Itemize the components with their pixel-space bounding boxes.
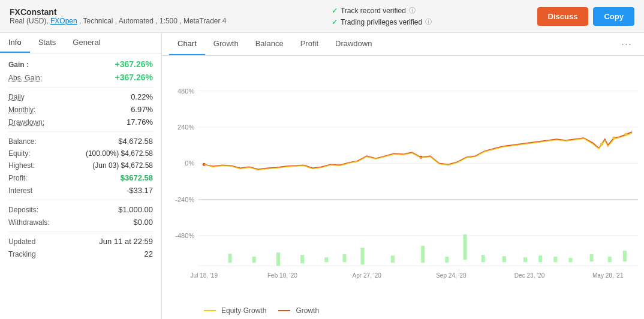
svg-text:Jul 18, '19: Jul 18, '19 <box>191 272 218 279</box>
abs-gain-value: +367.26% <box>115 73 153 82</box>
updated-value: Jun 11 at 22:59 <box>99 237 153 246</box>
more-options-button[interactable]: ··· <box>616 35 637 53</box>
svg-rect-26 <box>445 257 449 263</box>
svg-rect-25 <box>421 246 425 263</box>
svg-rect-29 <box>502 256 506 262</box>
svg-rect-30 <box>523 257 527 262</box>
svg-rect-33 <box>568 258 572 262</box>
verify2-text: Trading privileges verified <box>341 18 422 26</box>
tab-info[interactable]: Info <box>0 33 30 53</box>
updated-label: Updated <box>8 237 35 246</box>
fxopen-link[interactable]: FXOpen <box>50 17 77 25</box>
tab-stats[interactable]: Stats <box>30 33 65 53</box>
tab-general[interactable]: General <box>64 33 109 53</box>
highest-value: (Jun 03) $4,672.58 <box>92 161 153 170</box>
balance-label: Balance: <box>8 137 37 146</box>
profit-value: $3672.58 <box>121 173 153 182</box>
gain-label: Gain : <box>8 61 29 69</box>
drawdown-value: 17.76% <box>127 118 153 127</box>
balance-value: $4,672.58 <box>118 137 153 146</box>
growth-legend-label: Growth <box>296 306 319 315</box>
main-chart-svg: 480% 240% 0% -240% -480% Jul 18, '19 Feb… <box>168 62 638 301</box>
svg-rect-18 <box>252 257 256 263</box>
account-title: FXConstant <box>10 7 227 17</box>
svg-rect-24 <box>391 255 395 263</box>
chart-area: 480% 240% 0% -240% -480% Jul 18, '19 Feb… <box>162 56 644 319</box>
deposits-value: $1,000.00 <box>118 205 153 214</box>
verify2-info-icon[interactable]: ⓘ <box>425 17 432 26</box>
tab-profit[interactable]: Profit <box>292 33 327 55</box>
verify1-info-icon[interactable]: ⓘ <box>409 6 416 15</box>
verify2-icon: ✓ <box>332 18 338 26</box>
gain-value: +367.26% <box>115 59 153 69</box>
svg-text:May 28, '21: May 28, '21 <box>592 272 624 279</box>
equity-growth-legend-label: Equity Growth <box>221 306 266 315</box>
svg-text:Dec 23, '20: Dec 23, '20 <box>514 272 545 279</box>
discuss-button[interactable]: Discuss <box>537 7 589 26</box>
svg-text:Feb 10, '20: Feb 10, '20 <box>267 272 297 279</box>
verify1-text: Track record verified <box>341 7 406 15</box>
monthly-value: 6.97% <box>131 105 153 114</box>
svg-text:-240%: -240% <box>175 196 194 203</box>
svg-rect-22 <box>342 254 346 262</box>
sidebar-tabs: Info Stats General <box>0 33 161 53</box>
svg-text:240%: 240% <box>177 124 194 131</box>
content-tabs: Chart Growth Balance Profit Drawdown ··· <box>162 33 644 56</box>
tab-growth[interactable]: Growth <box>205 33 247 55</box>
svg-text:-480%: -480% <box>175 232 194 239</box>
svg-text:Sep 24, '20: Sep 24, '20 <box>436 272 467 279</box>
equity-growth-legend-line <box>204 310 216 311</box>
daily-value: 0.22% <box>131 92 153 101</box>
daily-label: Daily <box>8 93 25 101</box>
svg-rect-28 <box>482 255 485 262</box>
drawdown-label: Drawdown: <box>8 118 44 127</box>
svg-rect-34 <box>590 254 594 261</box>
svg-rect-17 <box>228 254 232 263</box>
svg-text:480%: 480% <box>177 88 194 95</box>
svg-rect-20 <box>300 255 304 263</box>
svg-text:0%: 0% <box>185 160 194 167</box>
chart-legend: Equity Growth Growth <box>168 303 638 318</box>
interest-label: Interest <box>8 186 32 195</box>
svg-rect-31 <box>538 255 542 262</box>
withdrawals-label: Withdrawals: <box>8 218 50 227</box>
svg-rect-23 <box>361 248 365 264</box>
tab-chart[interactable]: Chart <box>169 33 205 55</box>
svg-rect-36 <box>623 251 627 261</box>
tracking-value: 22 <box>145 249 153 258</box>
tab-balance[interactable]: Balance <box>247 33 292 55</box>
svg-text:Apr 27, '20: Apr 27, '20 <box>353 272 382 279</box>
svg-rect-21 <box>324 257 328 262</box>
equity-label: Equity: <box>8 149 31 158</box>
tab-drawdown[interactable]: Drawdown <box>327 33 380 55</box>
account-subtitle: Real (USD), FXOpen , Technical , Automat… <box>10 17 227 25</box>
deposits-label: Deposits: <box>8 206 38 214</box>
equity-value: (100.00%) $4,672.58 <box>86 149 153 158</box>
svg-rect-35 <box>608 257 612 262</box>
interest-value: -$33.17 <box>127 186 153 195</box>
svg-rect-19 <box>276 252 280 266</box>
highest-label: Highest: <box>8 161 35 170</box>
abs-gain-label: Abs. Gain: <box>8 74 42 82</box>
monthly-label: Monthly: <box>8 106 35 114</box>
copy-button[interactable]: Copy <box>593 7 634 26</box>
svg-rect-32 <box>553 257 557 262</box>
verify1-icon: ✓ <box>332 7 338 15</box>
tracking-label: Tracking <box>8 250 36 258</box>
svg-rect-27 <box>464 234 467 260</box>
growth-legend-line <box>278 310 290 311</box>
profit-label: Profit: <box>8 174 27 182</box>
withdrawals-value: $0.00 <box>133 218 153 227</box>
